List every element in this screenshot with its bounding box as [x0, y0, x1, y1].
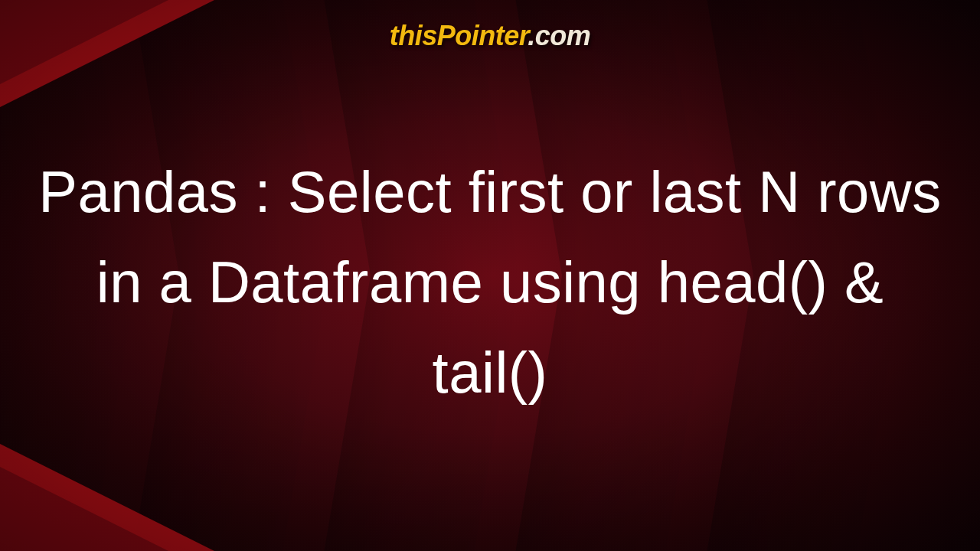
content-layer: thisPointer.com Pandas : Select first or… — [0, 0, 980, 551]
page-title: Pandas : Select first or last N rows in … — [31, 147, 949, 417]
brand-part2: .com — [528, 20, 590, 51]
brand-part1: thisPointer — [390, 20, 528, 51]
brand-logo: thisPointer.com — [390, 20, 591, 52]
title-wrap: Pandas : Select first or last N rows in … — [0, 52, 980, 551]
